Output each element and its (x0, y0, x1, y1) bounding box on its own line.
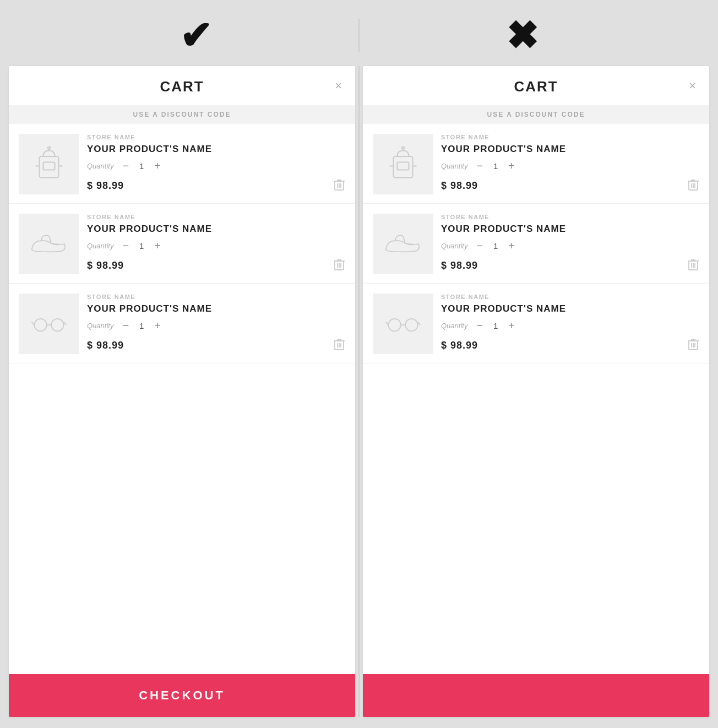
left-item-3-name: YOUR PRODUCT'S NAME (87, 303, 345, 314)
svg-point-16 (34, 319, 46, 331)
left-checkout-button[interactable]: CHECKOUT (9, 674, 355, 717)
left-item-3-decrease[interactable]: − (120, 320, 131, 331)
left-item-1-qty-value: 1 (138, 161, 145, 171)
left-cart-header: CART × (9, 66, 355, 105)
right-item-1-qty-label: Quantity (441, 162, 467, 170)
right-item-1-price-row: $ 98.99 (441, 178, 699, 194)
incorrect-indicator: ✖ (360, 17, 685, 55)
check-icon: ✔ (180, 17, 212, 55)
left-item-1-details: STORE NAME YOUR PRODUCT'S NAME Quantity … (87, 134, 345, 194)
left-item-3-price: $ 98.99 (87, 340, 124, 351)
left-item-1-qty-label: Quantity (87, 162, 113, 170)
right-item-3-delete[interactable] (687, 338, 699, 354)
right-item-1-decrease[interactable]: − (474, 160, 485, 171)
left-item-1-store: STORE NAME (87, 134, 345, 140)
right-item-3-qty-value: 1 (492, 321, 499, 330)
left-item-2-store: STORE NAME (87, 214, 345, 220)
left-cart-item-1: STORE NAME YOUR PRODUCT'S NAME Quantity … (9, 124, 355, 204)
left-item-1-delete[interactable] (333, 178, 345, 194)
left-close-button[interactable]: × (335, 80, 342, 92)
right-checkout-button[interactable]: CHECKOUT (363, 674, 709, 717)
right-item-1-increase[interactable]: + (506, 160, 517, 171)
left-item-1-increase[interactable]: + (152, 160, 163, 171)
right-item-3-store: STORE NAME (441, 294, 699, 300)
right-cart-title: CART (376, 78, 696, 95)
svg-rect-27 (398, 162, 409, 170)
left-item-2-quantity-row: Quantity − 1 + (87, 240, 345, 251)
left-item-1-name: YOUR PRODUCT'S NAME (87, 144, 345, 155)
right-item-2-name: YOUR PRODUCT'S NAME (441, 224, 699, 235)
left-item-2-price: $ 98.99 (87, 260, 124, 271)
left-item-2-price-row: $ 98.99 (87, 258, 345, 274)
left-item-1-price: $ 98.99 (87, 180, 124, 192)
right-item-3-image (373, 294, 433, 354)
right-item-1-quantity-row: Quantity − 1 + (441, 160, 699, 171)
left-discount-bar[interactable]: USE A DISCOUNT CODE (9, 105, 355, 124)
left-item-2-qty-label: Quantity (87, 242, 113, 250)
right-item-2-price: $ 98.99 (441, 260, 478, 271)
right-item-3-decrease[interactable]: − (474, 320, 485, 331)
right-item-1-details: STORE NAME YOUR PRODUCT'S NAME Quantity … (441, 134, 699, 194)
right-item-1-name: YOUR PRODUCT'S NAME (441, 144, 699, 155)
svg-point-42 (388, 319, 400, 331)
right-item-2-image (373, 214, 433, 274)
right-cart-item-1: STORE NAME YOUR PRODUCT'S NAME Quantity … (363, 124, 709, 204)
right-discount-bar[interactable]: USE A DISCOUNT CODE (363, 105, 709, 124)
right-item-3-price-row: $ 98.99 (441, 338, 699, 354)
svg-point-3 (48, 147, 50, 149)
right-item-1-qty-value: 1 (492, 161, 499, 171)
svg-point-29 (402, 147, 404, 149)
svg-line-19 (32, 322, 35, 325)
left-item-1-decrease[interactable]: − (120, 160, 131, 171)
right-close-button[interactable]: × (689, 80, 696, 92)
left-item-3-details: STORE NAME YOUR PRODUCT'S NAME Quantity … (87, 294, 345, 354)
left-item-2-details: STORE NAME YOUR PRODUCT'S NAME Quantity … (87, 214, 345, 274)
right-cart-header: CART × (363, 66, 709, 105)
right-cart-panel: CART × USE A DISCOUNT CODE (363, 66, 709, 717)
svg-line-45 (386, 322, 389, 325)
left-cart-items: STORE NAME YOUR PRODUCT'S NAME Quantity … (9, 124, 355, 674)
right-item-3-qty-label: Quantity (441, 322, 467, 330)
left-item-2-delete[interactable] (333, 258, 345, 274)
right-item-2-price-row: $ 98.99 (441, 258, 699, 274)
right-cart-items: STORE NAME YOUR PRODUCT'S NAME Quantity … (363, 124, 709, 674)
svg-rect-1 (43, 162, 55, 170)
left-cart-item-2: STORE NAME YOUR PRODUCT'S NAME Quantity … (9, 204, 355, 284)
left-item-2-decrease[interactable]: − (120, 240, 131, 251)
left-cart-title: CART (22, 78, 342, 95)
right-item-1-store: STORE NAME (441, 134, 699, 140)
right-item-1-price: $ 98.99 (441, 180, 478, 192)
right-item-2-qty-label: Quantity (441, 242, 467, 250)
right-item-2-quantity-row: Quantity − 1 + (441, 240, 699, 251)
main-content: CART × USE A DISCOUNT CODE (0, 66, 718, 728)
right-item-2-qty-value: 1 (492, 241, 499, 251)
left-item-3-qty-label: Quantity (87, 322, 113, 330)
left-item-1-image (19, 134, 79, 194)
left-item-3-image (19, 294, 79, 354)
svg-rect-26 (394, 156, 413, 178)
right-item-2-store: STORE NAME (441, 214, 699, 220)
left-item-3-store: STORE NAME (87, 294, 345, 300)
svg-point-43 (405, 319, 417, 331)
right-item-2-delete[interactable] (687, 258, 699, 274)
left-item-3-increase[interactable]: + (152, 320, 163, 331)
left-item-1-quantity-row: Quantity − 1 + (87, 160, 345, 171)
left-item-2-increase[interactable]: + (152, 240, 163, 251)
right-item-2-details: STORE NAME YOUR PRODUCT'S NAME Quantity … (441, 214, 699, 274)
left-cart-panel: CART × USE A DISCOUNT CODE (9, 66, 355, 717)
svg-point-17 (51, 319, 63, 331)
correct-indicator: ✔ (33, 17, 358, 55)
right-item-2-decrease[interactable]: − (474, 240, 485, 251)
right-item-3-increase[interactable]: + (506, 320, 517, 331)
left-item-3-delete[interactable] (333, 338, 345, 354)
right-cart-item-3: STORE NAME YOUR PRODUCT'S NAME Quantity … (363, 284, 709, 363)
right-item-1-delete[interactable] (687, 178, 699, 194)
top-bar: ✔ ✖ (0, 0, 718, 66)
left-cart-item-3: STORE NAME YOUR PRODUCT'S NAME Quantity … (9, 284, 355, 363)
right-cart-item-2: STORE NAME YOUR PRODUCT'S NAME Quantity … (363, 204, 709, 284)
right-item-2-increase[interactable]: + (506, 240, 517, 251)
left-item-2-name: YOUR PRODUCT'S NAME (87, 224, 345, 235)
left-item-2-image (19, 214, 79, 274)
right-item-3-name: YOUR PRODUCT'S NAME (441, 303, 699, 314)
right-item-3-price: $ 98.99 (441, 340, 478, 351)
